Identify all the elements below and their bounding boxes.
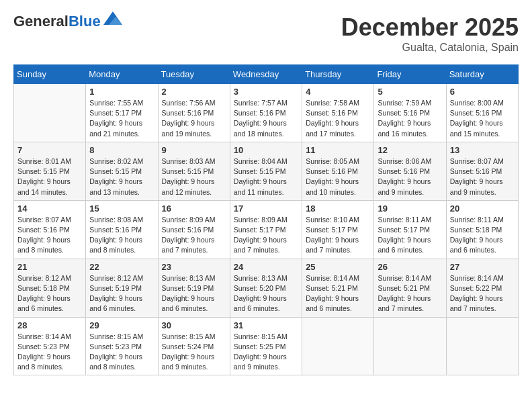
calendar-week-row: 7Sunrise: 8:01 AMSunset: 5:15 PMDaylight… bbox=[14, 142, 519, 200]
day-info: Sunrise: 7:59 AMSunset: 5:16 PMDaylight:… bbox=[378, 98, 442, 139]
day-number: 30 bbox=[162, 320, 226, 330]
calendar-cell: 19Sunrise: 8:11 AMSunset: 5:17 PMDayligh… bbox=[374, 200, 446, 259]
calendar-cell: 6Sunrise: 8:00 AMSunset: 5:16 PMDaylight… bbox=[446, 84, 518, 142]
day-number: 5 bbox=[378, 87, 442, 97]
calendar-week-row: 28Sunrise: 8:14 AMSunset: 5:23 PMDayligh… bbox=[14, 317, 519, 375]
weekday-header: Saturday bbox=[446, 65, 518, 84]
day-number: 3 bbox=[234, 87, 298, 97]
calendar-cell: 21Sunrise: 8:12 AMSunset: 5:18 PMDayligh… bbox=[14, 259, 86, 317]
day-info: Sunrise: 8:11 AMSunset: 5:17 PMDaylight:… bbox=[378, 215, 442, 256]
title-block: December 2025 Gualta, Catalonia, Spain bbox=[341, 13, 519, 54]
calendar-cell: 7Sunrise: 8:01 AMSunset: 5:15 PMDaylight… bbox=[14, 142, 86, 200]
calendar-cell: 28Sunrise: 8:14 AMSunset: 5:23 PMDayligh… bbox=[14, 317, 86, 375]
day-number: 10 bbox=[234, 145, 298, 155]
day-number: 15 bbox=[89, 203, 154, 214]
calendar-week-row: 21Sunrise: 8:12 AMSunset: 5:18 PMDayligh… bbox=[14, 259, 519, 317]
day-info: Sunrise: 8:14 AMSunset: 5:21 PMDaylight:… bbox=[306, 273, 370, 314]
calendar-cell: 27Sunrise: 8:14 AMSunset: 5:22 PMDayligh… bbox=[446, 259, 518, 317]
weekday-header: Tuesday bbox=[158, 65, 230, 84]
calendar-cell: 1Sunrise: 7:55 AMSunset: 5:17 PMDaylight… bbox=[86, 84, 158, 142]
day-info: Sunrise: 8:02 AMSunset: 5:15 PMDaylight:… bbox=[89, 156, 154, 197]
day-info: Sunrise: 8:14 AMSunset: 5:23 PMDaylight:… bbox=[17, 332, 82, 373]
day-number: 28 bbox=[17, 320, 82, 330]
day-info: Sunrise: 8:10 AMSunset: 5:17 PMDaylight:… bbox=[306, 215, 370, 256]
calendar-cell: 26Sunrise: 8:14 AMSunset: 5:21 PMDayligh… bbox=[374, 259, 446, 317]
calendar-cell: 5Sunrise: 7:59 AMSunset: 5:16 PMDaylight… bbox=[374, 84, 446, 142]
weekday-header: Thursday bbox=[302, 65, 374, 84]
page-header: GeneralBlue December 2025 Gualta, Catalo… bbox=[13, 13, 519, 54]
logo-text: GeneralBlue bbox=[13, 13, 101, 30]
day-info: Sunrise: 7:58 AMSunset: 5:16 PMDaylight:… bbox=[306, 98, 370, 139]
calendar-cell: 17Sunrise: 8:09 AMSunset: 5:17 PMDayligh… bbox=[230, 200, 302, 259]
calendar-cell: 2Sunrise: 7:56 AMSunset: 5:16 PMDaylight… bbox=[158, 84, 230, 142]
calendar-cell: 30Sunrise: 8:15 AMSunset: 5:24 PMDayligh… bbox=[158, 317, 230, 375]
calendar-cell: 22Sunrise: 8:12 AMSunset: 5:19 PMDayligh… bbox=[86, 259, 158, 317]
day-info: Sunrise: 8:13 AMSunset: 5:19 PMDaylight:… bbox=[162, 273, 226, 314]
day-number: 18 bbox=[306, 203, 370, 214]
day-number: 29 bbox=[89, 320, 154, 330]
calendar-cell bbox=[302, 317, 374, 375]
calendar-cell: 16Sunrise: 8:09 AMSunset: 5:16 PMDayligh… bbox=[158, 200, 230, 259]
calendar-cell: 14Sunrise: 8:07 AMSunset: 5:16 PMDayligh… bbox=[14, 200, 86, 259]
day-number: 7 bbox=[17, 145, 82, 155]
day-info: Sunrise: 8:15 AMSunset: 5:24 PMDaylight:… bbox=[162, 332, 226, 373]
day-info: Sunrise: 8:15 AMSunset: 5:25 PMDaylight:… bbox=[234, 332, 298, 373]
location-text: Gualta, Catalonia, Spain bbox=[341, 42, 519, 54]
calendar-cell: 31Sunrise: 8:15 AMSunset: 5:25 PMDayligh… bbox=[230, 317, 302, 375]
day-number: 20 bbox=[450, 203, 515, 214]
day-number: 14 bbox=[17, 203, 82, 214]
calendar-table: SundayMondayTuesdayWednesdayThursdayFrid… bbox=[13, 64, 519, 375]
calendar-cell: 20Sunrise: 8:11 AMSunset: 5:18 PMDayligh… bbox=[446, 200, 518, 259]
calendar-cell bbox=[446, 317, 518, 375]
day-number: 6 bbox=[450, 87, 515, 97]
day-info: Sunrise: 8:07 AMSunset: 5:16 PMDaylight:… bbox=[450, 156, 515, 197]
day-number: 24 bbox=[234, 262, 298, 272]
day-info: Sunrise: 8:12 AMSunset: 5:18 PMDaylight:… bbox=[17, 273, 82, 314]
day-number: 25 bbox=[306, 262, 370, 272]
day-number: 23 bbox=[162, 262, 226, 272]
day-number: 26 bbox=[378, 262, 442, 272]
calendar-week-row: 1Sunrise: 7:55 AMSunset: 5:17 PMDaylight… bbox=[14, 84, 519, 142]
weekday-header: Friday bbox=[374, 65, 446, 84]
day-number: 17 bbox=[234, 203, 298, 214]
day-info: Sunrise: 8:08 AMSunset: 5:16 PMDaylight:… bbox=[89, 215, 154, 256]
logo: GeneralBlue bbox=[13, 13, 122, 30]
calendar-cell: 23Sunrise: 8:13 AMSunset: 5:19 PMDayligh… bbox=[158, 259, 230, 317]
calendar-cell: 11Sunrise: 8:05 AMSunset: 5:16 PMDayligh… bbox=[302, 142, 374, 200]
day-number: 22 bbox=[89, 262, 154, 272]
day-number: 9 bbox=[162, 145, 226, 155]
day-info: Sunrise: 7:55 AMSunset: 5:17 PMDaylight:… bbox=[89, 98, 154, 139]
day-info: Sunrise: 8:15 AMSunset: 5:23 PMDaylight:… bbox=[89, 332, 154, 373]
calendar-cell: 25Sunrise: 8:14 AMSunset: 5:21 PMDayligh… bbox=[302, 259, 374, 317]
calendar-cell: 15Sunrise: 8:08 AMSunset: 5:16 PMDayligh… bbox=[86, 200, 158, 259]
weekday-header: Monday bbox=[86, 65, 158, 84]
weekday-header-row: SundayMondayTuesdayWednesdayThursdayFrid… bbox=[14, 65, 519, 84]
day-number: 19 bbox=[378, 203, 442, 214]
day-number: 8 bbox=[89, 145, 154, 155]
day-number: 2 bbox=[162, 87, 226, 97]
day-info: Sunrise: 8:07 AMSunset: 5:16 PMDaylight:… bbox=[17, 215, 82, 256]
calendar-week-row: 14Sunrise: 8:07 AMSunset: 5:16 PMDayligh… bbox=[14, 200, 519, 259]
calendar-cell: 10Sunrise: 8:04 AMSunset: 5:15 PMDayligh… bbox=[230, 142, 302, 200]
day-number: 16 bbox=[162, 203, 226, 214]
day-info: Sunrise: 8:11 AMSunset: 5:18 PMDaylight:… bbox=[450, 215, 515, 256]
calendar-cell: 3Sunrise: 7:57 AMSunset: 5:16 PMDaylight… bbox=[230, 84, 302, 142]
calendar-cell: 29Sunrise: 8:15 AMSunset: 5:23 PMDayligh… bbox=[86, 317, 158, 375]
calendar-cell: 9Sunrise: 8:03 AMSunset: 5:15 PMDaylight… bbox=[158, 142, 230, 200]
day-number: 1 bbox=[89, 87, 154, 97]
calendar-cell bbox=[14, 84, 86, 142]
weekday-header: Wednesday bbox=[230, 65, 302, 84]
day-info: Sunrise: 8:03 AMSunset: 5:15 PMDaylight:… bbox=[162, 156, 226, 197]
day-number: 11 bbox=[306, 145, 370, 155]
calendar-cell bbox=[374, 317, 446, 375]
day-number: 4 bbox=[306, 87, 370, 97]
calendar-cell: 18Sunrise: 8:10 AMSunset: 5:17 PMDayligh… bbox=[302, 200, 374, 259]
day-info: Sunrise: 8:14 AMSunset: 5:22 PMDaylight:… bbox=[450, 273, 515, 314]
day-info: Sunrise: 7:56 AMSunset: 5:16 PMDaylight:… bbox=[162, 98, 226, 139]
day-number: 21 bbox=[17, 262, 82, 272]
day-info: Sunrise: 8:01 AMSunset: 5:15 PMDaylight:… bbox=[17, 156, 82, 197]
calendar-cell: 8Sunrise: 8:02 AMSunset: 5:15 PMDaylight… bbox=[86, 142, 158, 200]
day-info: Sunrise: 8:04 AMSunset: 5:15 PMDaylight:… bbox=[234, 156, 298, 197]
calendar-cell: 12Sunrise: 8:06 AMSunset: 5:16 PMDayligh… bbox=[374, 142, 446, 200]
weekday-header: Sunday bbox=[14, 65, 86, 84]
